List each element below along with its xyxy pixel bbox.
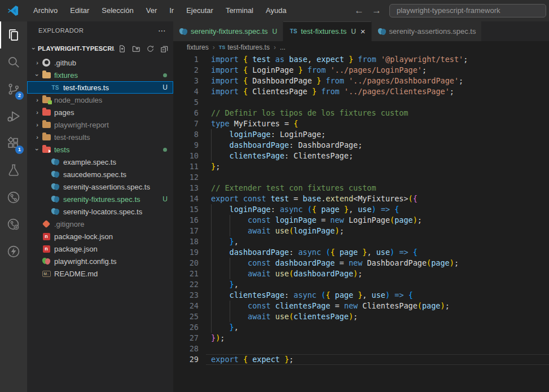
menu-terminal[interactable]: Terminal (219, 3, 260, 18)
code-line-8[interactable]: 8 loginPage: LoginPage; (173, 129, 549, 140)
menu-ayuda[interactable]: Ayuda (260, 3, 293, 18)
chevron-right-icon: › (33, 96, 42, 103)
tab-test-fixtures.ts[interactable]: TStest-fixtures.tsU× (283, 21, 371, 41)
indent-guide (211, 290, 212, 301)
code-line-28[interactable]: 28 (173, 343, 549, 354)
code-line-22[interactable]: 22 }, (173, 279, 549, 290)
code-line-12[interactable]: 12 (173, 172, 549, 183)
tree-item-fixtures[interactable]: ›fixtures (27, 69, 173, 81)
tree-item-package-lock.json[interactable]: npackage-lock.json (27, 230, 173, 243)
tree-item-.gitignore[interactable]: .gitignore (27, 218, 173, 230)
project-name: PLAYWRIGHT-TYPESCRI... (38, 45, 115, 52)
code-line-27[interactable]: 27}); (173, 333, 549, 343)
new-folder-icon[interactable] (132, 45, 140, 53)
code-line-19[interactable]: 19 dashboardPage: async ({ page }, use) … (173, 247, 549, 258)
code-line-4[interactable]: 4import { ClientesPage } from '../pages/… (173, 86, 549, 97)
activitybar-gitlens[interactable] (0, 184, 27, 211)
code-line-15[interactable]: 15 loginPage: async ({ page }, use) => { (173, 204, 549, 215)
tree-item-serenity-fixtures.spec.ts[interactable]: serenity-fixtures.spec.tsU (27, 193, 173, 205)
refresh-icon[interactable] (146, 45, 155, 53)
menu-ir[interactable]: Ir (163, 3, 180, 18)
activitybar-run-and-debug[interactable] (0, 103, 27, 130)
tree-item-serenity-assertions.spec.ts[interactable]: serenity-assertions.spec.ts (27, 180, 173, 193)
line-number: 27 (173, 333, 199, 343)
code-line-18[interactable]: 18 }, (173, 236, 549, 247)
new-file-icon[interactable] (118, 45, 126, 53)
tree-item-pages[interactable]: ›pages (27, 106, 173, 118)
chevron-right-icon: › (33, 121, 42, 128)
project-section-header[interactable]: › PLAYWRIGHT-TYPESCRI... (27, 42, 173, 55)
code-line-1[interactable]: 1import { test as base, expect } from '@… (173, 54, 549, 65)
playwright-icon (51, 195, 60, 204)
tree-item-package.json[interactable]: npackage.json (27, 243, 173, 255)
code-line-14[interactable]: 14export const test = base.extend<MyFixt… (173, 193, 549, 204)
tree-item-README.md[interactable]: M↓README.md (27, 267, 173, 280)
code-line-13[interactable]: 13// Extender test con fixtures custom (173, 183, 549, 193)
code-line-6[interactable]: 6// Definir los tipos de los fixtures cu… (173, 108, 549, 118)
gitignore-icon (42, 219, 51, 228)
menu-archivo[interactable]: Archivo (27, 3, 64, 18)
tree-item-label: fixtures (54, 71, 160, 80)
tab-serenity-assertions.spec.ts[interactable]: serenity-assertions.spec.ts (372, 21, 482, 41)
activitybar-gitlens-inspect[interactable] (0, 211, 27, 238)
code-line-17[interactable]: 17 await use(loginPage); (173, 226, 549, 236)
code-line-9[interactable]: 9 dashboardPage: DashboardPage; (173, 140, 549, 151)
tree-item-label: serenity-assertions.spec.ts (63, 183, 173, 191)
npm-icon: n (42, 232, 51, 241)
tree-item-saucedemo.spec.ts[interactable]: saucedemo.spec.ts (27, 168, 173, 180)
code-line-20[interactable]: 20 const dashboardPage = new DashboardPa… (173, 258, 549, 268)
code-line-16[interactable]: 16 const loginPage = new LoginPage(page)… (173, 215, 549, 226)
breadcrumb-item[interactable]: fixtures (187, 43, 209, 51)
breadcrumb-item[interactable]: TStest-fixtures.ts (219, 43, 270, 51)
code-area[interactable]: 1import { test as base, expect } from '@… (173, 54, 549, 365)
tree-item-test-results[interactable]: ›test-results (27, 131, 173, 143)
playwright-icon (51, 157, 60, 166)
code-line-21[interactable]: 21 await use(dashboardPage); (173, 268, 549, 279)
indent-guide (230, 258, 230, 268)
nav-forward-icon[interactable]: → (372, 5, 381, 16)
code-line-29[interactable]: 29export { expect }; (173, 354, 549, 365)
command-center-search[interactable]: playwright-typescript-framework (389, 4, 546, 17)
code-line-25[interactable]: 25 await use(clientesPage); (173, 311, 549, 322)
tree-item-.github[interactable]: ›.github (27, 56, 173, 69)
activitybar-extensions[interactable]: 1 (0, 130, 27, 157)
tree-item-playwright-report[interactable]: ›playwright-report (27, 118, 173, 131)
breadcrumb: fixtures›TStest-fixtures.ts›... (173, 41, 549, 54)
code-line-7[interactable]: 7type MyFixtures = { (173, 118, 549, 129)
menu-ver[interactable]: Ver (140, 3, 164, 18)
tree-item-node-modules[interactable]: ›node_modules (27, 94, 173, 106)
tree-item-serenity-locators.spec.ts[interactable]: serenity-locators.spec.ts (27, 205, 173, 218)
explorer-icon (6, 28, 21, 42)
tree-item-playwright.config.ts[interactable]: playwright.config.ts (27, 255, 173, 267)
activitybar-source-control[interactable]: 2 (0, 76, 27, 103)
tab-serenity-fixtures.spec.ts[interactable]: serenity-fixtures.spec.tsU (173, 21, 283, 41)
folder-open-icon (42, 71, 51, 80)
tree-item-test-fixtures.ts[interactable]: TStest-fixtures.tsU (27, 81, 173, 94)
activitybar-testing[interactable] (0, 157, 27, 184)
code-line-3[interactable]: 3import { DashboardPage } from '../pages… (173, 76, 549, 86)
npm-icon: n (42, 244, 51, 253)
code-line-24[interactable]: 24 const clientesPage = new ClientesPage… (173, 301, 549, 311)
tree-item-tests[interactable]: ›tests (27, 143, 173, 156)
code-line-10[interactable]: 10 clientesPage: ClientesPage; (173, 151, 549, 161)
line-number: 17 (173, 226, 199, 236)
breadcrumb-item[interactable]: ... (280, 43, 286, 51)
code-line-23[interactable]: 23 clientesPage: async ({ page }, use) =… (173, 290, 549, 301)
collapse-all-icon[interactable] (160, 45, 169, 53)
more-actions-icon[interactable]: ⋯ (158, 26, 166, 35)
menu-editar[interactable]: Editar (64, 3, 95, 18)
activitybar-explorer[interactable] (0, 21, 27, 49)
activitybar-search[interactable] (0, 49, 27, 76)
menu-ejecutar[interactable]: Ejecutar (180, 3, 219, 18)
tree-item-example.spec.ts[interactable]: example.spec.ts (27, 156, 173, 168)
menu-selección[interactable]: Selección (95, 3, 139, 18)
code-line-5[interactable]: 5 (173, 97, 549, 108)
code-line-2[interactable]: 2import { LoginPage } from '../pages/Log… (173, 65, 549, 76)
code-line-11[interactable]: 11}; (173, 161, 549, 172)
close-icon[interactable]: × (361, 27, 366, 36)
nav-back-icon[interactable]: ← (354, 5, 364, 16)
activitybar-thunder-client[interactable] (0, 238, 27, 265)
code-line-26[interactable]: 26 }, (173, 322, 549, 333)
gitlens-icon (6, 190, 21, 205)
menu-bar: ArchivoEditarSelecciónVerIrEjecutarTermi… (27, 3, 293, 18)
